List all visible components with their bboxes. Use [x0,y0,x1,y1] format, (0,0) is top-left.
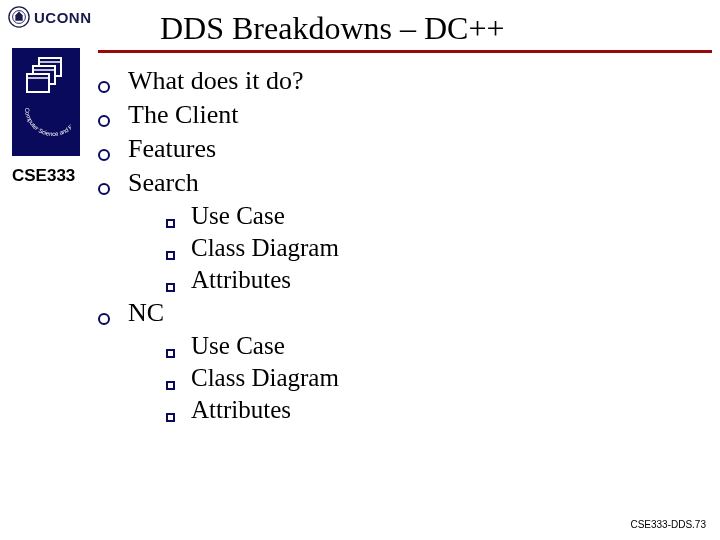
bullet-square-icon [166,349,175,358]
list-item: Search [98,168,658,198]
sublist-item-text: Use Case [191,202,285,230]
bullet-circle-icon [98,81,110,93]
uconn-wordmark: UCONN [34,9,92,26]
slide-body: What does it do? The Client Features Sea… [98,66,658,428]
title-underline [98,50,712,53]
sublist-item-text: Use Case [191,332,285,360]
list-item-text: NC [128,298,164,328]
list-item-text: The Client [128,100,238,130]
bullet-square-icon [166,283,175,292]
svg-text:Computer Science and Engineeri: Computer Science and Engineering [21,102,71,137]
sublist-item-text: Attributes [191,396,291,424]
sublist-item-text: Class Diagram [191,234,339,262]
bullet-circle-icon [98,149,110,161]
bullet-circle-icon [98,313,110,325]
sublist-item: Use Case [166,202,658,230]
stacked-windows-icon [21,52,71,102]
list-item: What does it do? [98,66,658,96]
list-item: NC [98,298,658,328]
sublist: Use Case Class Diagram Attributes [166,332,658,424]
sublist-item-text: Attributes [191,266,291,294]
sublist-item-text: Class Diagram [191,364,339,392]
department-ring-text: Computer Science and Engineering [21,102,71,152]
department-emblem: Computer Science and Engineering [12,48,80,156]
bullet-circle-icon [98,115,110,127]
svg-rect-4 [27,74,49,92]
list-item-text: Search [128,168,199,198]
list-item: Features [98,134,658,164]
sublist: Use Case Class Diagram Attributes [166,202,658,294]
list-item-text: Features [128,134,216,164]
uconn-seal-icon [8,6,30,28]
sublist-item: Attributes [166,396,658,424]
sublist-item: Class Diagram [166,234,658,262]
uconn-logo: UCONN [8,6,92,28]
list-item-text: What does it do? [128,66,303,96]
slide-number: CSE333-DDS.73 [630,519,706,530]
sublist-item: Use Case [166,332,658,360]
course-label: CSE333 [12,166,75,186]
bullet-square-icon [166,219,175,228]
bullet-square-icon [166,381,175,390]
bullet-square-icon [166,251,175,260]
bullet-circle-icon [98,183,110,195]
slide-title: DDS Breakdowns – DC++ [160,10,505,47]
sublist-item: Class Diagram [166,364,658,392]
sublist-item: Attributes [166,266,658,294]
bullet-square-icon [166,413,175,422]
list-item: The Client [98,100,658,130]
